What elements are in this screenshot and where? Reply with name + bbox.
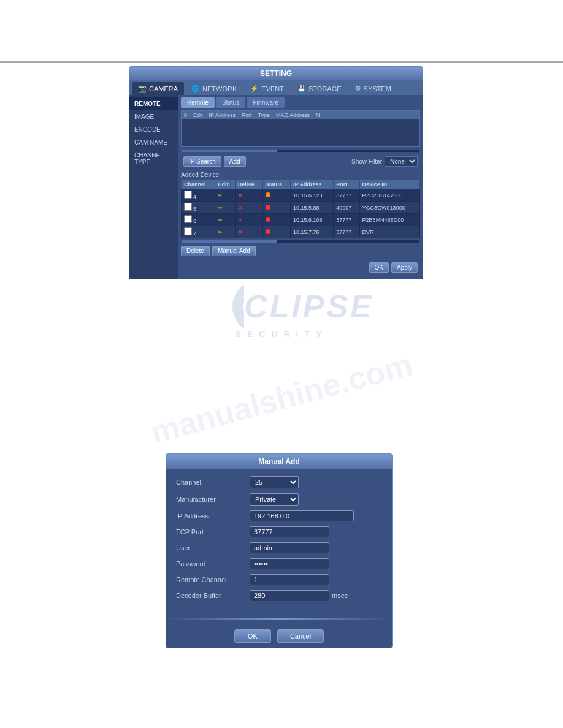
system-icon: ⚙ (355, 85, 361, 93)
user-row: User (176, 542, 382, 553)
decoder-buffer-input[interactable] (250, 590, 329, 601)
delete-icon[interactable]: ✕ (238, 229, 243, 235)
delete-icon[interactable]: ✕ (238, 217, 243, 223)
col-mac: MAC Address (276, 112, 310, 118)
content-tab-remote[interactable]: Remote (181, 97, 215, 108)
horizontal-scrollbar[interactable] (181, 149, 420, 153)
cell-ip: 10.15.5.88 (290, 202, 333, 214)
ip-address-label: IP Address (176, 512, 250, 520)
edit-icon[interactable]: ✏ (218, 217, 223, 223)
th-status: Status (262, 180, 290, 189)
tab-storage[interactable]: 💾 STORAGE (291, 82, 348, 95)
row-checkbox[interactable] (184, 227, 192, 235)
device-scrollbar-thumb (182, 240, 277, 243)
cell-delete[interactable]: ✕ (235, 189, 262, 202)
event-icon: ⚡ (250, 85, 259, 93)
dialog-footer: OK Cancel (166, 624, 392, 648)
tab-event[interactable]: ⚡ EVENT (244, 82, 290, 95)
cell-port: 37777 (334, 214, 359, 226)
camera-icon: 📷 (138, 85, 147, 93)
row-checkbox[interactable] (184, 203, 192, 211)
password-input[interactable] (250, 558, 329, 569)
status-dot (266, 229, 270, 234)
sidebar-item-encode[interactable]: ENCODE (129, 123, 178, 136)
channel-row: Channel 25 (176, 476, 382, 488)
cell-delete[interactable]: ✕ (235, 214, 262, 226)
table-row: 5 ✏ ✕ 10.15.5.88 40007 YGC3GW013000 (182, 202, 420, 214)
cell-edit[interactable]: ✏ (215, 226, 235, 238)
setting-tabs: 📷 CAMERA 🌐 NETWORK ⚡ EVENT 💾 STORAGE ⚙ S… (129, 80, 423, 95)
eclipse-text: CLIPSE (244, 288, 374, 325)
tab-network[interactable]: 🌐 NETWORK (185, 82, 243, 95)
user-input[interactable] (250, 542, 329, 553)
cell-edit[interactable]: ✏ (215, 189, 235, 202)
th-device-id: Device ID (359, 180, 419, 189)
sidebar-item-remote[interactable]: REMOTE (129, 97, 178, 110)
delete-icon[interactable]: ✕ (238, 192, 243, 199)
edit-icon[interactable]: ✏ (218, 192, 223, 199)
watermark-container: CLIPSE SECURITY (98, 279, 465, 339)
sidebar-item-channeltype[interactable]: CHANNEL TYPE (129, 149, 178, 169)
manufacturer-row: Manufacturer Private (176, 493, 382, 506)
cell-edit[interactable]: ✏ (215, 214, 235, 226)
watermark-logo-row: CLIPSE (98, 279, 465, 334)
delete-button[interactable]: Delete (181, 246, 210, 256)
eclipse-c-shape (189, 279, 244, 334)
col-ip: IP Address (209, 112, 236, 118)
row-checkbox[interactable] (184, 215, 192, 223)
cell-channel: 5 (182, 202, 215, 214)
added-device-title: Added Device (181, 172, 420, 178)
msec-label: msec (332, 592, 348, 599)
device-table-header: Channel Edit Delete Status IP Address Po… (182, 180, 420, 189)
sidebar-item-image[interactable]: IMAGE (129, 110, 178, 123)
row-checkbox[interactable] (184, 191, 192, 199)
channel-select[interactable]: 25 (250, 476, 299, 488)
setting-body: REMOTE IMAGE ENCODE CAM NAME CHANNEL TYP… (129, 95, 423, 279)
status-dot (266, 192, 270, 197)
table-row: 4 ✏ ✕ 10.15.6.123 37777 PZC2DS147000 (182, 189, 420, 202)
tab-system[interactable]: ⚙ SYSTEM (349, 82, 397, 95)
remote-channel-row: Remote Channel (176, 574, 382, 585)
password-row: Password (176, 558, 382, 569)
ip-search-button[interactable]: IP Search (183, 156, 221, 167)
cell-port: 37777 (334, 189, 359, 202)
th-delete: Delete (235, 180, 262, 189)
remote-channel-input[interactable] (250, 574, 329, 585)
cell-delete[interactable]: ✕ (235, 226, 262, 238)
dialog-cancel-button[interactable]: Cancel (277, 629, 324, 643)
cell-channel: 7 (182, 226, 215, 238)
tab-camera[interactable]: 📷 CAMERA (132, 82, 184, 95)
filter-select[interactable]: None (385, 156, 418, 167)
cell-delete[interactable]: ✕ (235, 202, 262, 214)
apply-button[interactable]: Apply (391, 262, 418, 273)
setting-title: SETTING (260, 69, 292, 78)
th-port: Port (334, 180, 359, 189)
add-button[interactable]: Add (224, 156, 246, 167)
device-table-scrollbar[interactable] (181, 240, 420, 243)
col-type: Type (258, 112, 270, 118)
edit-icon[interactable]: ✏ (218, 229, 223, 235)
ok-button[interactable]: OK (369, 262, 389, 273)
remote-channel-label: Remote Channel (176, 576, 250, 583)
setting-panel: SETTING 📷 CAMERA 🌐 NETWORK ⚡ EVENT 💾 STO… (129, 66, 423, 279)
dialog-ok-button[interactable]: OK (234, 629, 271, 643)
top-separator (0, 61, 563, 63)
content-tab-firmware[interactable]: Firmware (247, 97, 285, 108)
cell-status (262, 189, 290, 202)
tab-event-label: EVENT (261, 85, 284, 93)
col-0: 0 (184, 112, 187, 118)
status-dot (266, 217, 270, 222)
col-edit: Edit (193, 112, 203, 118)
tab-camera-label: CAMERA (149, 85, 178, 93)
ip-address-input[interactable] (250, 510, 354, 521)
edit-icon[interactable]: ✏ (218, 205, 223, 211)
cell-edit[interactable]: ✏ (215, 202, 235, 214)
manufacturer-select[interactable]: Private (250, 493, 299, 506)
tcp-port-input[interactable] (250, 526, 329, 537)
content-tab-status[interactable]: Status (216, 97, 245, 108)
delete-icon[interactable]: ✕ (238, 205, 243, 211)
table-row: 7 ✏ ✕ 10.15.7.76 37777 DVR (182, 226, 420, 238)
ip-address-row: IP Address (176, 510, 382, 521)
manual-add-button[interactable]: Manual Add (212, 246, 256, 256)
sidebar-item-camname[interactable]: CAM NAME (129, 136, 178, 149)
